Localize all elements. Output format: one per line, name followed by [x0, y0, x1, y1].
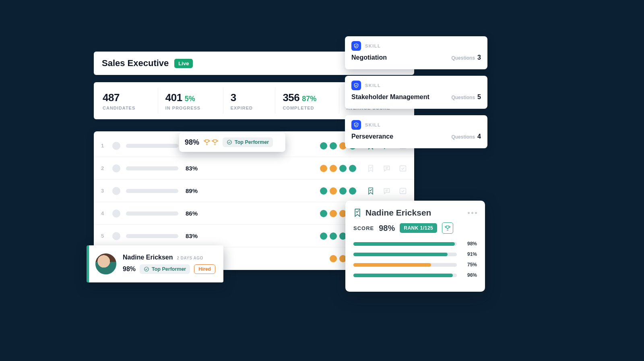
stat-completed: 356 87% COMPLETED [275, 88, 339, 114]
bar-percent: 98% [461, 241, 477, 247]
skill-card[interactable]: SKILL Negotiation Questions3 [345, 36, 487, 69]
name-placeholder [126, 166, 178, 170]
questions-label: Questions [451, 134, 475, 140]
skill-card[interactable]: SKILL Perseverance Questions4 [345, 115, 487, 148]
score-dots [320, 165, 356, 172]
skill-tag: SKILL [365, 44, 381, 48]
rank-badge: RANK 1/125 [400, 223, 437, 233]
stat-percent: 5% [185, 95, 195, 103]
row-score: 83% [186, 165, 208, 172]
stat-value: 356 [283, 91, 299, 104]
top-performer-pill: Top Performer [223, 137, 273, 147]
name-placeholder [126, 212, 178, 216]
approve-icon[interactable] [399, 187, 407, 195]
avatar-placeholder [112, 164, 120, 172]
trophy-icon [211, 139, 219, 146]
table-row[interactable]: 389% [94, 180, 414, 202]
row-rank: 2 [101, 165, 108, 171]
dot-icon [320, 232, 327, 240]
dot-icon [320, 165, 327, 172]
candidate-name: Nadine Ericksen [365, 208, 431, 218]
svg-rect-8 [400, 188, 406, 193]
score-value: 98% [379, 224, 395, 233]
avatar-placeholder [112, 210, 120, 218]
questions-label: Questions [451, 95, 475, 100]
row-rank: 4 [101, 210, 108, 216]
stat-value: 3 [231, 91, 236, 104]
table-row[interactable]: 283% [94, 157, 414, 180]
skill-card[interactable]: SKILL Stakeholder Management Questions5 [345, 76, 487, 109]
dot-icon [330, 232, 337, 240]
candidate-detail-card: Nadine Ericksen SCORE 98% RANK 1/125 98%… [345, 201, 485, 292]
score-label: SCORE [353, 225, 374, 231]
skill-tag: SKILL [365, 122, 381, 127]
row-rank: 1 [101, 143, 108, 149]
name-placeholder [126, 144, 178, 148]
check-circle-icon [144, 266, 149, 272]
dot-icon [320, 210, 327, 217]
dot-icon [339, 165, 347, 172]
questions-label: Questions [451, 55, 475, 61]
skill-name: Negotiation [351, 54, 387, 61]
candidate-mini-card[interactable]: Nadine Ericksen 2 DAYS AGO 98% Top Perfo… [87, 245, 223, 282]
questions-count: 3 [477, 54, 481, 61]
dot-icon [349, 187, 356, 195]
bookmark-icon [353, 208, 361, 218]
avatar-placeholder [112, 187, 120, 195]
row-actions [367, 164, 407, 172]
comment-icon[interactable] [383, 187, 391, 195]
bookmark-icon[interactable] [367, 164, 375, 172]
check-circle-icon [227, 139, 232, 145]
candidate-name: Nadine Ericksen [123, 254, 173, 261]
svg-point-18 [227, 140, 232, 145]
row-score: 83% [186, 232, 208, 239]
bar-percent: 96% [461, 272, 477, 278]
skill-icon [351, 41, 361, 51]
dot-icon [330, 187, 337, 195]
stat-label: CANDIDATES [103, 106, 151, 110]
score-bar: 96% [353, 272, 477, 278]
more-icon[interactable] [468, 212, 477, 214]
comment-icon[interactable] [383, 164, 391, 172]
avatar [95, 253, 117, 275]
avatar-placeholder [112, 232, 120, 240]
stat-in-progress: 401 5% IN PROGRESS [158, 88, 223, 114]
row-rank: 3 [101, 188, 108, 194]
score-bar: 91% [353, 251, 477, 257]
trophy-icon [203, 139, 211, 146]
trophies [203, 139, 219, 146]
stat-value: 401 [165, 91, 182, 104]
stat-candidates: 487 CANDIDATES [95, 88, 158, 114]
stat-value: 487 [103, 91, 120, 104]
skill-tag: SKILL [365, 83, 381, 88]
score-bar: 98% [353, 241, 477, 247]
name-placeholder [126, 234, 178, 238]
dot-icon [330, 142, 337, 149]
stat-label: EXPIRED [231, 106, 268, 110]
approve-icon[interactable] [399, 164, 407, 172]
timestamp: 2 DAYS AGO [177, 256, 203, 260]
top-performer-label: Top Performer [235, 139, 269, 145]
skill-icon [351, 120, 361, 130]
dot-icon [349, 165, 356, 172]
candidate-score: 98% [123, 266, 136, 273]
questions-count: 4 [477, 133, 481, 140]
top-performer-pill: Top Performer [140, 264, 190, 274]
dot-icon [330, 210, 337, 217]
trophy-icon [442, 222, 453, 234]
questions-count: 5 [477, 93, 481, 100]
dot-icon [320, 187, 327, 195]
status-badge: Live [174, 59, 193, 68]
skill-name: Stakeholder Management [351, 93, 429, 101]
job-title: Sales Executive [102, 58, 169, 68]
stat-label: IN PROGRESS [165, 106, 216, 110]
score-popover: 98% Top Performer [179, 133, 285, 152]
bar-percent: 91% [461, 251, 477, 257]
top-performer-label: Top Performer [152, 266, 186, 272]
bar-percent: 75% [461, 262, 477, 268]
bookmark-icon[interactable] [367, 187, 375, 195]
hired-badge: Hired [194, 264, 215, 274]
score-bar: 75% [353, 262, 477, 268]
skill-icon [351, 81, 361, 90]
svg-point-19 [144, 267, 149, 272]
